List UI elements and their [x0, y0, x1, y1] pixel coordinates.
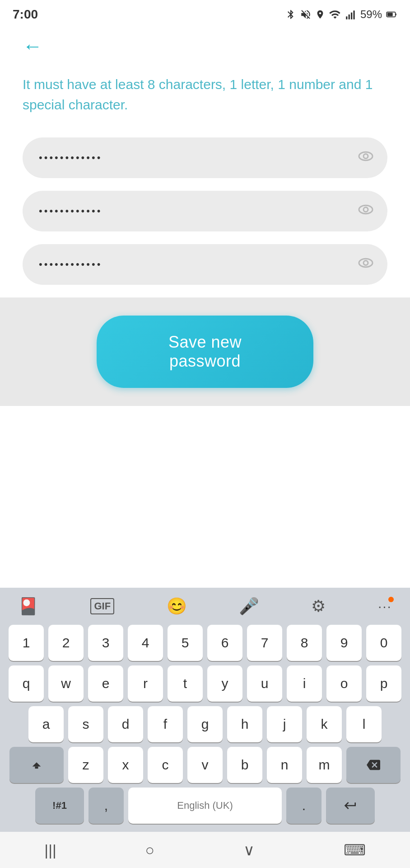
save-button-wrapper: Save new password	[0, 297, 410, 406]
key-g[interactable]: g	[187, 706, 223, 742]
key-0[interactable]: 0	[366, 625, 401, 661]
symbols-key[interactable]: !#1	[35, 788, 84, 824]
key-z[interactable]: z	[68, 747, 103, 783]
key-7[interactable]: 7	[247, 625, 282, 661]
key-r[interactable]: r	[128, 665, 163, 702]
period-key[interactable]: .	[286, 788, 321, 824]
key-t[interactable]: t	[168, 665, 203, 702]
key-u[interactable]: u	[247, 665, 282, 702]
key-9[interactable]: 9	[326, 625, 362, 661]
key-w[interactable]: w	[48, 665, 84, 702]
password-description: It must have at least 8 characters, 1 le…	[23, 74, 387, 115]
back-button[interactable]: ←	[23, 36, 42, 56]
key-y[interactable]: y	[207, 665, 242, 702]
enter-key[interactable]	[326, 788, 375, 824]
bottom-row: !#1 , English (UK) .	[4, 788, 406, 824]
key-h[interactable]: h	[227, 706, 262, 742]
key-4[interactable]: 4	[128, 625, 163, 661]
key-2[interactable]: 2	[48, 625, 84, 661]
gif-button[interactable]: GIF	[90, 598, 114, 614]
collapse-keyboard-icon[interactable]: ∨	[243, 841, 255, 859]
svg-rect-13	[35, 767, 38, 769]
home-icon[interactable]: ○	[145, 841, 155, 859]
key-1[interactable]: 1	[9, 625, 44, 661]
wifi-icon	[329, 8, 341, 21]
keyboard: 🎴 GIF 😊 🎤 ⚙ ··· 1 2 3 4 5 6 7 8 9 0 q w …	[0, 588, 410, 868]
svg-rect-2	[351, 13, 352, 19]
key-b[interactable]: b	[227, 747, 262, 783]
zxcv-row: z x c v b n m	[4, 747, 406, 783]
key-8[interactable]: 8	[287, 625, 322, 661]
back-arrow-icon: ←	[23, 35, 42, 57]
battery-icon	[386, 9, 397, 20]
keyboard-switch-icon[interactable]: ⌨	[344, 841, 366, 859]
nav-bar: ||| ○ ∨ ⌨	[0, 832, 410, 868]
key-6[interactable]: 6	[207, 625, 242, 661]
shift-key[interactable]	[9, 747, 64, 783]
key-rows: 1 2 3 4 5 6 7 8 9 0 q w e r t y u i o p …	[0, 625, 410, 832]
svg-point-12	[363, 261, 368, 265]
signal-icon	[345, 9, 357, 20]
mute-icon	[300, 9, 312, 20]
battery-text: 59%	[360, 8, 382, 21]
status-time: 7:00	[13, 7, 38, 22]
status-bar: 7:00 59%	[0, 0, 410, 27]
spacebar-key[interactable]: English (UK)	[128, 788, 282, 824]
backspace-key[interactable]	[346, 747, 401, 783]
mic-icon[interactable]: 🎤	[239, 597, 259, 616]
key-3[interactable]: 3	[88, 625, 123, 661]
key-k[interactable]: k	[307, 706, 342, 742]
emoji-icon[interactable]: 😊	[167, 597, 187, 616]
svg-point-8	[363, 154, 368, 159]
new-password-container	[23, 191, 387, 231]
bluetooth-icon	[285, 9, 296, 20]
keyboard-toolbar: 🎴 GIF 😊 🎤 ⚙ ···	[0, 588, 410, 625]
key-q[interactable]: q	[9, 665, 44, 702]
key-x[interactable]: x	[108, 747, 143, 783]
svg-rect-3	[353, 10, 354, 19]
eye-icon-1[interactable]	[357, 147, 375, 169]
eye-icon-3[interactable]	[357, 254, 375, 275]
notification-dot	[388, 597, 394, 602]
svg-rect-5	[396, 14, 396, 15]
asdf-row: a s d f g h j k l	[4, 706, 406, 742]
key-p[interactable]: p	[366, 665, 401, 702]
current-password-input[interactable]	[23, 137, 387, 178]
svg-point-10	[363, 208, 368, 212]
key-f[interactable]: f	[148, 706, 183, 742]
key-m[interactable]: m	[307, 747, 342, 783]
current-password-container	[23, 137, 387, 178]
new-password-input[interactable]	[23, 191, 387, 231]
key-n[interactable]: n	[267, 747, 302, 783]
key-v[interactable]: v	[187, 747, 223, 783]
more-options-container: ···	[378, 599, 392, 614]
settings-icon[interactable]: ⚙	[311, 597, 326, 616]
key-c[interactable]: c	[148, 747, 183, 783]
svg-rect-0	[346, 16, 347, 19]
key-s[interactable]: s	[68, 706, 103, 742]
status-icons: 59%	[285, 8, 397, 21]
key-a[interactable]: a	[28, 706, 64, 742]
key-i[interactable]: i	[287, 665, 322, 702]
qwerty-row: q w e r t y u i o p	[4, 665, 406, 702]
key-d[interactable]: d	[108, 706, 143, 742]
key-l[interactable]: l	[346, 706, 382, 742]
back-gesture-icon[interactable]: |||	[44, 841, 56, 859]
main-content: ← It must have at least 8 characters, 1 …	[0, 27, 410, 285]
confirm-password-container	[23, 244, 387, 285]
key-5[interactable]: 5	[168, 625, 203, 661]
key-j[interactable]: j	[267, 706, 302, 742]
comma-key[interactable]: ,	[89, 788, 124, 824]
key-e[interactable]: e	[88, 665, 123, 702]
location-icon	[315, 9, 325, 19]
confirm-password-input[interactable]	[23, 244, 387, 285]
eye-icon-2[interactable]	[357, 201, 375, 222]
save-new-password-button[interactable]: Save new password	[97, 316, 313, 388]
number-row: 1 2 3 4 5 6 7 8 9 0	[4, 625, 406, 661]
svg-rect-6	[387, 13, 393, 16]
svg-rect-1	[349, 14, 350, 19]
sticker-icon[interactable]: 🎴	[18, 597, 38, 616]
key-o[interactable]: o	[326, 665, 362, 702]
